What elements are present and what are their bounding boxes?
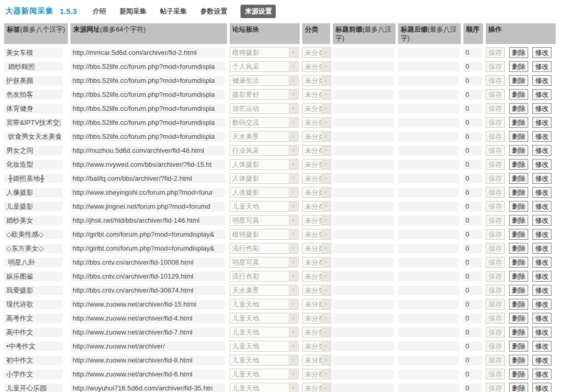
title-suffix-input[interactable] [398, 216, 459, 225]
forum-board-select[interactable]: 个人风采 ˅ [230, 61, 299, 72]
modify-button[interactable]: 修改 [532, 299, 552, 310]
label-input[interactable] [4, 342, 63, 351]
modify-button[interactable]: 修改 [532, 383, 552, 392]
nav-item-param-settings[interactable]: 参数设置 [200, 7, 227, 16]
save-button[interactable]: 保存 [486, 271, 505, 282]
forum-board-select[interactable]: 天水美景 ˅ [230, 285, 299, 296]
forum-board-select[interactable]: 儿童天地 ˅ [230, 201, 299, 212]
modify-button[interactable]: 修改 [532, 271, 552, 282]
order-input[interactable] [463, 62, 482, 71]
order-input[interactable] [463, 258, 482, 267]
order-input[interactable] [463, 328, 482, 337]
title-prefix-input[interactable] [333, 272, 394, 281]
category-select[interactable]: 未分类 ˅ [302, 341, 331, 352]
label-input[interactable] [4, 62, 63, 71]
title-prefix-input[interactable] [333, 258, 394, 267]
source-url-input[interactable] [70, 314, 225, 323]
forum-board-select[interactable]: 模特摄影 ˅ [230, 229, 299, 240]
label-input[interactable] [4, 356, 63, 365]
order-input[interactable] [463, 202, 482, 211]
forum-board-select[interactable]: 儿童天地 ˅ [230, 383, 299, 392]
order-input[interactable] [463, 384, 482, 392]
title-suffix-input[interactable] [398, 188, 459, 197]
delete-button[interactable]: 删除 [509, 61, 528, 72]
forum-board-select[interactable]: 天水美景 ˅ [230, 131, 299, 142]
category-select[interactable]: 未分类 ˅ [302, 285, 331, 296]
save-button[interactable]: 保存 [486, 47, 505, 58]
order-input[interactable] [463, 370, 482, 379]
modify-button[interactable]: 修改 [532, 369, 552, 380]
label-input[interactable] [4, 258, 63, 267]
forum-board-select[interactable]: 人体摄影 ˅ [230, 159, 299, 170]
title-suffix-input[interactable] [398, 146, 459, 155]
nav-item-news-collect[interactable]: 新闻采集 [119, 7, 146, 16]
order-input[interactable] [463, 272, 482, 281]
order-input[interactable] [463, 286, 482, 295]
category-select[interactable]: 未分类 ˅ [302, 75, 331, 86]
save-button[interactable]: 保存 [486, 145, 505, 156]
category-select[interactable]: 未分类 ˅ [302, 383, 331, 392]
nav-item-intro[interactable]: 介绍 [92, 7, 106, 16]
title-suffix-input[interactable] [398, 132, 459, 141]
order-input[interactable] [463, 48, 482, 57]
source-url-input[interactable] [70, 188, 225, 197]
source-url-input[interactable] [70, 370, 225, 379]
save-button[interactable]: 保存 [486, 117, 505, 128]
title-prefix-input[interactable] [333, 342, 394, 351]
title-prefix-input[interactable] [333, 48, 394, 57]
source-url-input[interactable] [70, 230, 225, 239]
source-url-input[interactable] [70, 174, 225, 183]
modify-button[interactable]: 修改 [532, 47, 552, 58]
title-suffix-input[interactable] [398, 370, 459, 379]
title-prefix-input[interactable] [333, 300, 394, 309]
order-input[interactable] [463, 244, 482, 253]
save-button[interactable]: 保存 [486, 313, 505, 324]
order-input[interactable] [463, 174, 482, 183]
category-select[interactable]: 未分类 ˅ [302, 369, 331, 380]
title-suffix-input[interactable] [398, 174, 459, 183]
source-url-input[interactable] [70, 62, 225, 71]
delete-button[interactable]: 删除 [509, 299, 528, 310]
order-input[interactable] [463, 76, 482, 85]
modify-button[interactable]: 修改 [532, 75, 552, 86]
save-button[interactable]: 保存 [486, 173, 505, 184]
modify-button[interactable]: 修改 [532, 89, 552, 100]
category-select[interactable]: 未分类 ˅ [302, 145, 331, 156]
source-url-input[interactable] [70, 258, 225, 267]
source-url-input[interactable] [70, 244, 225, 253]
delete-button[interactable]: 删除 [509, 243, 528, 254]
label-input[interactable] [4, 90, 63, 99]
title-prefix-input[interactable] [333, 160, 394, 169]
delete-button[interactable]: 删除 [509, 145, 528, 156]
title-suffix-input[interactable] [398, 160, 459, 169]
order-input[interactable] [463, 160, 482, 169]
delete-button[interactable]: 删除 [509, 341, 528, 352]
delete-button[interactable]: 删除 [509, 187, 528, 198]
title-prefix-input[interactable] [333, 62, 394, 71]
modify-button[interactable]: 修改 [532, 117, 552, 128]
forum-board-select[interactable]: 流行色彩 ˅ [230, 243, 299, 254]
label-input[interactable] [4, 118, 63, 127]
title-suffix-input[interactable] [398, 48, 459, 57]
save-button[interactable]: 保存 [486, 341, 505, 352]
nav-item-post-collect[interactable]: 帖子采集 [160, 7, 187, 16]
label-input[interactable] [4, 244, 63, 253]
title-prefix-input[interactable] [333, 370, 394, 379]
category-select[interactable]: 未分类 ˅ [302, 299, 331, 310]
modify-button[interactable]: 修改 [532, 159, 552, 170]
category-select[interactable]: 未分类 ˅ [302, 47, 331, 58]
title-prefix-input[interactable] [333, 90, 394, 99]
source-url-input[interactable] [70, 132, 225, 141]
title-suffix-input[interactable] [398, 62, 459, 71]
save-button[interactable]: 保存 [486, 355, 505, 366]
category-select[interactable]: 未分类 ˅ [302, 355, 331, 366]
category-select[interactable]: 未分类 ˅ [302, 271, 331, 282]
title-suffix-input[interactable] [398, 328, 459, 337]
save-button[interactable]: 保存 [486, 89, 505, 100]
order-input[interactable] [463, 146, 482, 155]
title-suffix-input[interactable] [398, 286, 459, 295]
title-prefix-input[interactable] [333, 118, 394, 127]
save-button[interactable]: 保存 [486, 383, 505, 392]
title-prefix-input[interactable] [333, 244, 394, 253]
source-url-input[interactable] [70, 90, 225, 99]
